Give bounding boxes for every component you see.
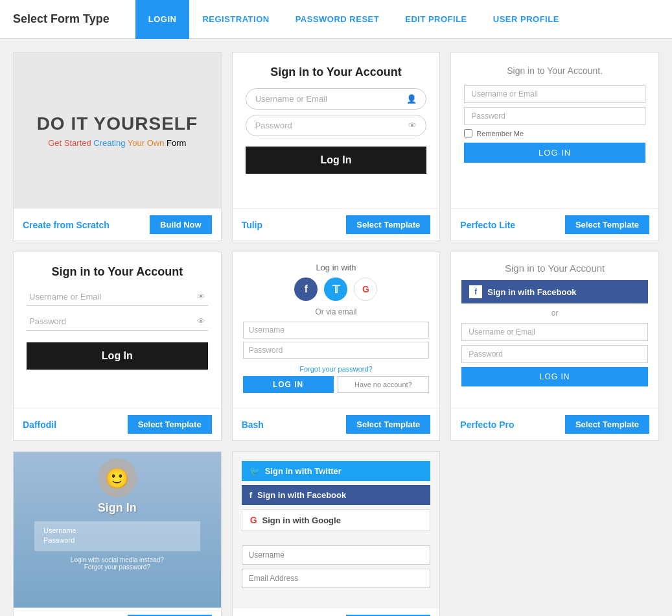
daff-eye-icon: 👁 [197, 292, 205, 302]
tab-edit-profile[interactable]: EDIT PROFILE [392, 0, 480, 39]
bash-password-field: Password [243, 342, 430, 359]
bash-social-icons: f 𝕋 G [294, 278, 377, 301]
pl-remember-checkbox[interactable] [464, 129, 472, 137]
pp-fb-btn: f Sign in with Facebook [461, 280, 648, 303]
tulip-signin-title: Sign in to Your Account [270, 65, 402, 79]
daffodil-preview: Sign in to Your Account Username or Emai… [14, 252, 221, 408]
daffodil-card-name: Daffodil [23, 420, 56, 430]
bash-username-field: Username [243, 322, 430, 338]
perfecto-lite-footer: Perfecto Lite Select Template [451, 208, 658, 241]
tulip-eye-icon: 👁 [408, 121, 417, 130]
pp-username: Username or Email [461, 323, 648, 341]
pp-title: Sign in to Your Account [461, 263, 648, 274]
page-title: Select Form Type [13, 12, 110, 26]
smiley-social-text: Login with social media instead? [71, 556, 164, 563]
pl-username: Username or Email [464, 85, 645, 103]
card-tulip: Sign in to Your Account Username or Emai… [232, 52, 441, 241]
diy-preview: DO IT YOURSELF Get Started Creating Your… [14, 53, 221, 208]
diy-subtitle-blue: Creating [93, 138, 125, 148]
daff-username: Username or Email 👁 [27, 288, 208, 306]
smiley-forgot-text: Forgot your password? [84, 563, 150, 571]
tab-user-profile[interactable]: USER PROFILE [480, 0, 572, 39]
diy-card-name: Create from Scratch [23, 220, 110, 230]
build-now-button[interactable]: Build Now [150, 215, 212, 234]
diy-subtitle-end: Form [167, 138, 186, 148]
tulip-select-button[interactable]: Select Template [346, 215, 430, 234]
smiley-username-label: Username [43, 527, 191, 534]
bash-login-btn: LOG IN [243, 376, 334, 393]
diy-subtitle: Get Started Creating Your Own Form [48, 138, 186, 148]
pl-login-btn: LOG IN [464, 143, 645, 163]
pl-password: Password [464, 107, 645, 125]
pp-password: Password [461, 345, 648, 363]
pinnacle-google-btn: G Sign in with Google [242, 509, 431, 531]
tulip-user-icon: 👤 [406, 94, 417, 104]
smiley-footer: Smiley Select Template [14, 608, 221, 616]
diy-title: DO IT YOURSELF [37, 113, 198, 134]
daff-password: Password 👁 [27, 313, 208, 331]
card-pinnacle: 🐦 Sign in with Twitter f Sign in with Fa… [232, 451, 441, 616]
perfecto-lite-select-button[interactable]: Select Template [565, 215, 649, 234]
daff-title: Sign in to Your Account [27, 265, 208, 279]
smiley-form-box: Username Password [34, 521, 200, 551]
header: Select Form Type LOGIN REGISTRATION PASS… [0, 0, 672, 39]
tulip-login-btn: Log In [246, 147, 427, 174]
tulip-preview: Sign in to Your Account Username or Emai… [233, 53, 440, 208]
tulip-username-field: Username or Email 👤 [246, 88, 427, 110]
pp-login-btn: LOG IN [461, 367, 648, 386]
perfecto-lite-preview: Sign in to Your Account. Username or Ema… [451, 53, 658, 208]
diy-subtitle-orange: Your Own [128, 138, 165, 148]
pp-fb-icon: f [469, 285, 482, 298]
pinnacle-email-field: Email Address [242, 569, 431, 588]
tab-login[interactable]: LOGIN [135, 0, 190, 39]
smiley-preview: 🙂 Sign In Username Password Login with s… [14, 452, 221, 608]
perfecto-pro-preview: Sign in to Your Account f Sign in with F… [451, 252, 658, 408]
perfecto-pro-footer: Perfecto Pro Select Template [451, 408, 658, 440]
pinnacle-google-icon: G [250, 515, 257, 525]
card-perfecto-lite: Sign in to Your Account. Username or Ema… [450, 52, 659, 241]
tulip-footer: Tulip Select Template [233, 208, 440, 241]
pl-title: Sign in to Your Account. [507, 65, 603, 76]
bash-login-with-label: Log in with [316, 263, 356, 272]
card-bash: Log in with f 𝕋 G Or via email Username … [232, 252, 441, 441]
daffodil-footer: Daffodil Select Template [14, 408, 221, 440]
card-diy: DO IT YOURSELF Get Started Creating Your… [13, 52, 222, 241]
pinnacle-twitter-btn: 🐦 Sign in with Twitter [242, 461, 431, 481]
pp-or-label: or [461, 309, 648, 318]
bash-card-name: Bash [242, 420, 264, 430]
pinnacle-footer: Pinnacle Select Template [233, 608, 440, 616]
bash-facebook-icon: f [294, 278, 318, 301]
bash-select-button[interactable]: Select Template [346, 415, 430, 434]
tab-registration[interactable]: REGISTRATION [189, 0, 282, 39]
bash-google-icon: G [354, 278, 377, 301]
pinnacle-preview: 🐦 Sign in with Twitter f Sign in with Fa… [233, 452, 440, 608]
diy-footer: Create from Scratch Build Now [14, 208, 221, 241]
card-perfecto-pro: Sign in to Your Account f Sign in with F… [450, 252, 659, 441]
bash-preview: Log in with f 𝕋 G Or via email Username … [233, 252, 440, 408]
pl-remember-label: Remember Me [476, 130, 524, 137]
bash-create-btn: Have no account? [338, 376, 430, 393]
card-smiley: 🙂 Sign In Username Password Login with s… [13, 451, 222, 616]
pinnacle-divider [242, 535, 431, 545]
tulip-password-field: Password 👁 [246, 115, 427, 136]
smiley-password-label: Password [43, 536, 191, 544]
smiley-face-icon: 🙂 [98, 458, 137, 497]
template-grid: DO IT YOURSELF Get Started Creating Your… [0, 39, 672, 616]
bash-twitter-icon: 𝕋 [324, 278, 347, 301]
bash-or-label: Or via email [315, 307, 356, 316]
pinnacle-twitter-icon: 🐦 [249, 466, 260, 476]
bash-bottom-row: LOG IN Have no account? [243, 376, 430, 393]
tab-nav: LOGIN REGISTRATION PASSWORD RESET EDIT P… [135, 0, 572, 38]
daffodil-select-button[interactable]: Select Template [128, 415, 212, 434]
pinnacle-facebook-btn: f Sign in with Facebook [242, 485, 431, 505]
card-daffodil: Sign in to Your Account Username or Emai… [13, 252, 222, 441]
pinnacle-username-field: Username [242, 545, 431, 565]
tulip-card-name: Tulip [242, 220, 262, 230]
bash-forgot-label: Forgot your password? [299, 365, 373, 373]
bash-footer: Bash Select Template [233, 408, 440, 440]
pl-remember-row: Remember Me [464, 129, 524, 137]
pinnacle-facebook-icon: f [249, 490, 252, 500]
perfecto-pro-select-button[interactable]: Select Template [565, 415, 649, 434]
tab-password-reset[interactable]: PASSWORD RESET [283, 0, 393, 39]
smiley-sign-in-label: Sign In [98, 501, 137, 515]
